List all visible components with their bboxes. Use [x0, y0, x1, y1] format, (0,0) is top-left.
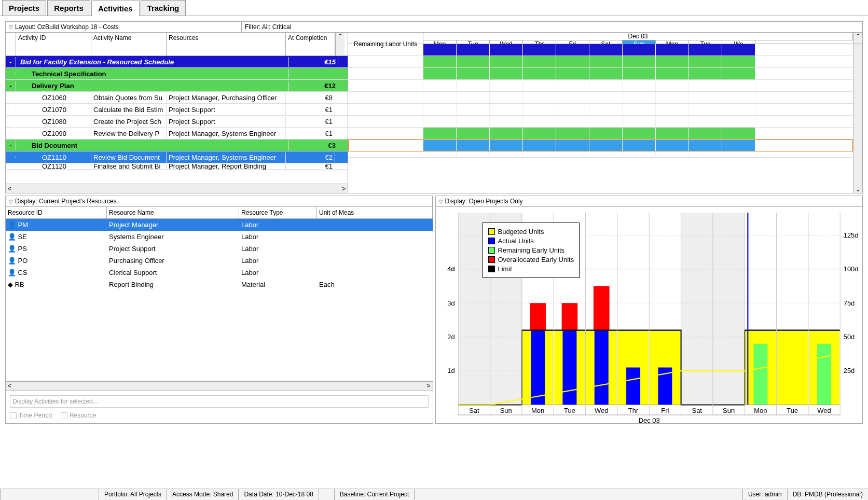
status-db: DB: PMDB (Professional) [787, 489, 868, 500]
resource-display-label: Display: Current Project's Resources [15, 198, 117, 205]
col-activity-id[interactable]: Activity ID [16, 33, 91, 55]
svg-rect-36 [817, 344, 831, 405]
svg-text:Fri: Fri [661, 407, 669, 414]
horizontal-scrollbar[interactable]: <> [6, 381, 433, 391]
svg-rect-24 [562, 330, 576, 405]
activity-row[interactable]: OZ1090Review the Delivery PProject Manag… [6, 128, 348, 140]
chevron-down-icon [9, 198, 13, 205]
svg-text:Tue: Tue [787, 407, 798, 414]
activity-row[interactable]: OZ1070Calculate the Bid EstimProject Sup… [6, 104, 348, 116]
resource-icon: 👤 [8, 221, 16, 229]
legend-item: Overallocated Early Units [488, 256, 574, 263]
layout-dropdown[interactable]: Layout: OzBuild Workshop 18 - Costs [6, 22, 242, 32]
gantt-month-header: Dec 03 [423, 33, 853, 40]
chevron-down-icon [9, 23, 13, 31]
svg-text:Dec 03: Dec 03 [638, 416, 659, 424]
gantt-row[interactable] [348, 92, 853, 104]
svg-rect-33 [753, 344, 767, 405]
gantt-row[interactable] [348, 68, 853, 80]
time-period-checkbox[interactable]: Time Period [10, 412, 52, 419]
svg-text:Mon: Mon [531, 407, 544, 414]
svg-text:100d: 100d [843, 265, 858, 273]
chart-legend: Budgeted UnitsActual UnitsRemaining Earl… [483, 223, 580, 278]
svg-text:1d: 1d [447, 367, 454, 374]
col-resource-name[interactable]: Resource Name [107, 207, 239, 218]
gantt-row[interactable] [348, 44, 853, 56]
gantt-row[interactable] [348, 80, 853, 92]
col-at-completion[interactable]: At Completion [286, 33, 335, 55]
legend-item: Budgeted Units [488, 228, 574, 235]
svg-text:Mon: Mon [754, 407, 767, 414]
svg-rect-20 [530, 303, 546, 330]
activity-row[interactable]: OZ1080Create the Project SchProject Supp… [6, 116, 348, 128]
activity-table[interactable]: Activity ID Activity Name Resources At C… [6, 33, 348, 193]
svg-text:50d: 50d [843, 333, 855, 341]
tab-activities[interactable]: Activities [91, 1, 140, 16]
svg-text:25d: 25d [843, 367, 855, 374]
legend-item: Remaining Early Units [488, 246, 574, 254]
svg-text:Thr: Thr [628, 407, 638, 414]
resource-row[interactable]: 👤 CS Clerical Support Labor [6, 267, 433, 279]
svg-rect-29 [626, 368, 640, 405]
filter-label: Filter: All: Critical [242, 22, 862, 32]
status-baseline: Baseline: Current Project [334, 489, 414, 500]
col-resource-type[interactable]: Resource Type [239, 207, 317, 218]
gantt-row[interactable] [348, 151, 853, 158]
svg-rect-34 [777, 330, 807, 405]
svg-text:Sat: Sat [469, 407, 479, 414]
resource-row[interactable]: 👤 SE Systems Engineer Labor [6, 231, 433, 243]
layout-bar: Layout: OzBuild Workshop 18 - Costs Filt… [6, 22, 862, 33]
resource-row[interactable]: 👤 PS Project Support Labor [6, 243, 433, 255]
col-activity-name[interactable]: Activity Name [91, 33, 167, 55]
layout-label: Layout: OzBuild Workshop 18 - Costs [15, 23, 119, 31]
resource-icon: 👤 [8, 233, 16, 241]
svg-text:4d: 4d [447, 265, 454, 273]
histogram-display-dropdown[interactable]: Display: Open Projects Only [436, 196, 863, 206]
resource-display-dropdown[interactable]: Display: Current Project's Resources [6, 196, 433, 206]
resource-icon: 👤 [8, 245, 16, 253]
status-data-date: Data Date: 10-Dec-18 08 [238, 489, 318, 500]
chevron-down-icon [439, 198, 443, 205]
activity-row[interactable]: OZ1120Finalise and Submit BiProject Mana… [6, 163, 348, 170]
resource-row[interactable]: 👤 PM Project Manager Labor [6, 219, 433, 231]
gantt-row[interactable] [348, 56, 853, 68]
horizontal-scrollbar[interactable]: <> [6, 184, 348, 193]
gantt-chart[interactable]: Remaining Labor Units Dec 03 MonTueWedTh… [348, 33, 862, 193]
svg-text:75d: 75d [843, 299, 855, 307]
gantt-row[interactable] [348, 116, 853, 128]
gantt-row[interactable] [348, 104, 853, 116]
legend-item: Limit [488, 265, 574, 273]
filter-box: Display Activities for selected... Time … [6, 391, 433, 423]
status-portfolio: Portfolio: All Projects [99, 489, 167, 500]
svg-text:3d: 3d [447, 299, 454, 307]
wbs-row[interactable]: Technical Specification [6, 68, 348, 80]
svg-text:Sun: Sun [723, 407, 735, 414]
wbs-row[interactable]: -Delivery Plan€12 [6, 80, 348, 92]
gantt-row[interactable] [348, 128, 853, 140]
activity-filter-input[interactable]: Display Activities for selected... [10, 395, 429, 408]
svg-rect-3 [712, 213, 744, 405]
resource-icon: 👤 [8, 269, 16, 276]
col-resources[interactable]: Resources [167, 33, 286, 55]
resource-row[interactable]: ◆ RB Report Binding Material Each [6, 279, 433, 290]
resource-row[interactable]: 👤 PO Purchasing Officer Labor [6, 255, 433, 267]
resource-icon: 👤 [8, 257, 16, 265]
legend-item: Actual Units [488, 237, 574, 245]
wbs-row[interactable]: -Bid for Facility Extension - Resourced … [6, 56, 348, 68]
col-unit[interactable]: Unit of Meas [317, 207, 433, 218]
svg-rect-27 [594, 330, 608, 405]
resource-checkbox[interactable]: Resource [61, 412, 96, 419]
gantt-row[interactable] [348, 140, 853, 151]
tab-tracking[interactable]: Tracking [141, 0, 186, 16]
wbs-row[interactable]: -Bid Dcoument€3 [6, 140, 348, 151]
svg-text:2d: 2d [447, 333, 454, 341]
tab-projects[interactable]: Projects [2, 0, 46, 16]
main-tabs: ProjectsReportsActivitiesTracking [0, 0, 868, 16]
status-bar: Portfolio: All Projects Access Mode: Sha… [0, 489, 868, 500]
svg-text:Wed: Wed [595, 407, 608, 414]
activity-row[interactable]: OZ1060Obtain Quotes from SuProject Manag… [6, 92, 348, 104]
tab-reports[interactable]: Reports [47, 0, 90, 16]
svg-rect-26 [593, 286, 609, 330]
col-resource-id[interactable]: Resource ID [6, 207, 107, 218]
histogram-display-label: Display: Open Projects Only [445, 198, 523, 205]
